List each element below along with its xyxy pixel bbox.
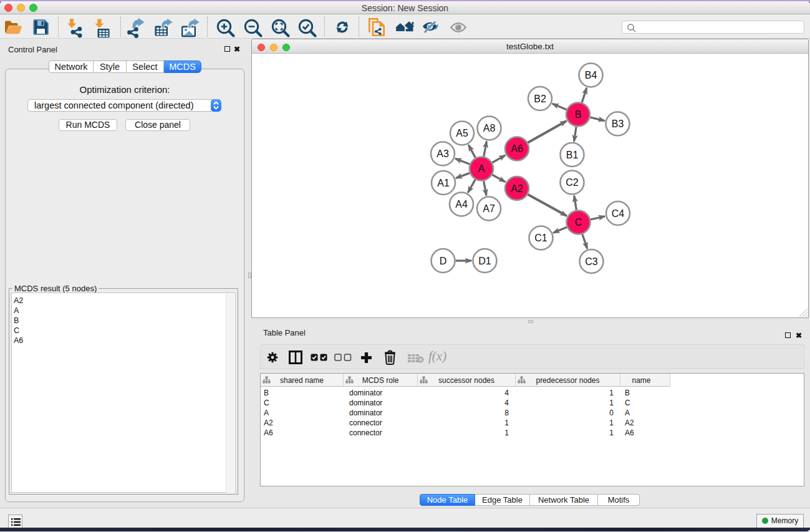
svg-text:C3: C3 [585, 256, 598, 267]
svg-text:A3: A3 [436, 148, 449, 159]
svg-text:A1: A1 [437, 178, 450, 188]
svg-text:A7: A7 [483, 203, 495, 214]
svg-text:A2: A2 [511, 183, 523, 194]
svg-text:B3: B3 [612, 118, 624, 129]
svg-text:D1: D1 [478, 256, 491, 266]
svg-text:C1: C1 [534, 233, 547, 243]
svg-text:A4: A4 [455, 199, 468, 210]
svg-text:C4: C4 [612, 208, 625, 219]
svg-text:B2: B2 [534, 94, 546, 104]
svg-text:A5: A5 [456, 128, 468, 138]
svg-text:B4: B4 [585, 70, 597, 80]
svg-text:B1: B1 [566, 150, 579, 160]
svg-text:C2: C2 [566, 177, 579, 188]
svg-text:C: C [575, 217, 582, 228]
svg-text:B: B [575, 109, 582, 120]
svg-text:A: A [478, 163, 485, 174]
svg-text:A6: A6 [511, 143, 523, 154]
svg-text:D: D [440, 256, 447, 266]
svg-text:A8: A8 [483, 123, 496, 133]
